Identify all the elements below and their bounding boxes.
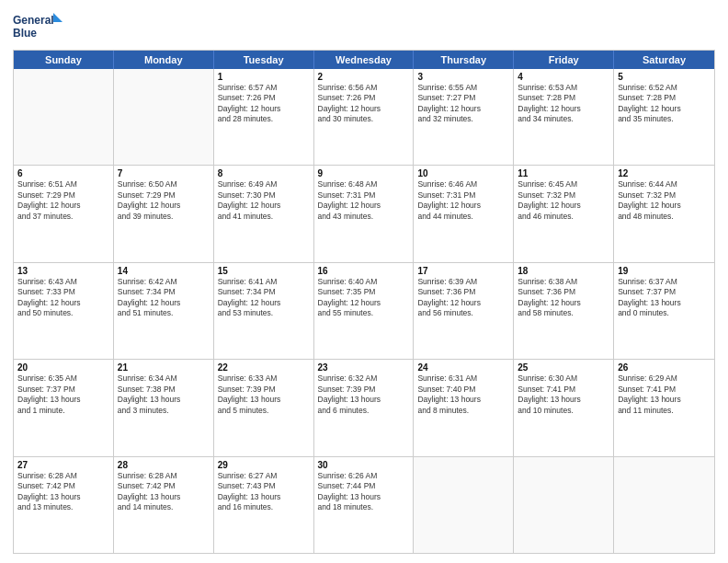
day-number: 10 [417,168,509,178]
calendar-day-16: 16Sunrise: 6:40 AM Sunset: 7:35 PM Dayli… [314,263,415,359]
day-number: 11 [518,168,609,178]
day-info: Sunrise: 6:48 AM Sunset: 7:31 PM Dayligh… [318,179,410,222]
day-info: Sunrise: 6:52 AM Sunset: 7:28 PM Dayligh… [618,83,711,125]
day-info: Sunrise: 6:53 AM Sunset: 7:28 PM Dayligh… [518,83,609,125]
day-header-monday: Monday [114,51,214,69]
day-info: Sunrise: 6:32 AM Sunset: 7:39 PM Dayligh… [318,373,410,416]
calendar-day-20: 20Sunrise: 6:35 AM Sunset: 7:37 PM Dayli… [14,360,114,455]
day-info: Sunrise: 6:43 AM Sunset: 7:33 PM Dayligh… [17,277,109,319]
day-info: Sunrise: 6:33 AM Sunset: 7:39 PM Dayligh… [218,373,310,416]
calendar-day-18: 18Sunrise: 6:38 AM Sunset: 7:36 PM Dayli… [514,263,614,359]
calendar-day-23: 23Sunrise: 6:32 AM Sunset: 7:39 PM Dayli… [314,360,415,455]
day-info: Sunrise: 6:56 AM Sunset: 7:26 PM Dayligh… [318,83,410,125]
day-info: Sunrise: 6:26 AM Sunset: 7:44 PM Dayligh… [318,471,410,513]
svg-text:General: General [13,14,54,27]
calendar-day-4: 4Sunrise: 6:53 AM Sunset: 7:28 PM Daylig… [514,69,614,165]
calendar-day-29: 29Sunrise: 6:27 AM Sunset: 7:43 PM Dayli… [214,457,314,553]
calendar-day-6: 6Sunrise: 6:51 AM Sunset: 7:29 PM Daylig… [14,166,114,261]
day-info: Sunrise: 6:55 AM Sunset: 7:27 PM Dayligh… [417,83,509,125]
day-number: 7 [118,168,210,178]
calendar-day-14: 14Sunrise: 6:42 AM Sunset: 7:34 PM Dayli… [114,263,214,359]
calendar-day-25: 25Sunrise: 6:30 AM Sunset: 7:41 PM Dayli… [514,360,614,455]
logo-svg: General Blue [13,9,68,44]
day-number: 16 [318,266,410,276]
svg-text:Blue: Blue [13,27,37,40]
calendar-week-4: 20Sunrise: 6:35 AM Sunset: 7:37 PM Dayli… [14,360,714,456]
day-info: Sunrise: 6:38 AM Sunset: 7:36 PM Dayligh… [518,277,609,319]
day-info: Sunrise: 6:39 AM Sunset: 7:36 PM Dayligh… [417,277,509,319]
calendar-day-3: 3Sunrise: 6:55 AM Sunset: 7:27 PM Daylig… [414,69,514,165]
day-number: 8 [218,168,310,178]
calendar-day-13: 13Sunrise: 6:43 AM Sunset: 7:33 PM Dayli… [14,263,114,359]
calendar-day-19: 19Sunrise: 6:37 AM Sunset: 7:37 PM Dayli… [614,263,714,359]
day-number: 3 [417,72,509,82]
day-info: Sunrise: 6:46 AM Sunset: 7:31 PM Dayligh… [417,179,509,222]
calendar-week-5: 27Sunrise: 6:28 AM Sunset: 7:42 PM Dayli… [14,457,714,553]
day-number: 18 [518,266,609,276]
day-number: 27 [17,460,109,470]
calendar-day-12: 12Sunrise: 6:44 AM Sunset: 7:32 PM Dayli… [614,166,714,261]
calendar-day-empty [114,69,214,165]
calendar-day-8: 8Sunrise: 6:49 AM Sunset: 7:30 PM Daylig… [214,166,314,261]
day-header-wednesday: Wednesday [314,51,415,69]
calendar-day-10: 10Sunrise: 6:46 AM Sunset: 7:31 PM Dayli… [414,166,514,261]
calendar-day-28: 28Sunrise: 6:28 AM Sunset: 7:42 PM Dayli… [114,457,214,553]
day-info: Sunrise: 6:30 AM Sunset: 7:41 PM Dayligh… [518,373,609,416]
day-info: Sunrise: 6:28 AM Sunset: 7:42 PM Dayligh… [118,471,210,513]
day-info: Sunrise: 6:34 AM Sunset: 7:38 PM Dayligh… [118,373,210,416]
day-number: 15 [218,266,310,276]
day-header-sunday: Sunday [14,51,114,69]
calendar-day-26: 26Sunrise: 6:29 AM Sunset: 7:41 PM Dayli… [614,360,714,455]
day-info: Sunrise: 6:44 AM Sunset: 7:32 PM Dayligh… [618,179,711,222]
calendar-day-empty [514,457,614,553]
day-number: 9 [318,168,410,178]
day-number: 2 [318,72,410,82]
calendar-week-1: 1Sunrise: 6:57 AM Sunset: 7:26 PM Daylig… [14,69,714,166]
day-info: Sunrise: 6:50 AM Sunset: 7:29 PM Dayligh… [118,179,210,222]
day-number: 30 [318,460,410,470]
calendar-day-empty [414,457,514,553]
calendar-day-9: 9Sunrise: 6:48 AM Sunset: 7:31 PM Daylig… [314,166,415,261]
page-header: General Blue [13,9,715,44]
day-number: 6 [17,168,109,178]
calendar-day-24: 24Sunrise: 6:31 AM Sunset: 7:40 PM Dayli… [414,360,514,455]
day-info: Sunrise: 6:27 AM Sunset: 7:43 PM Dayligh… [218,471,310,513]
calendar-header: SundayMondayTuesdayWednesdayThursdayFrid… [14,51,714,69]
calendar-day-5: 5Sunrise: 6:52 AM Sunset: 7:28 PM Daylig… [614,69,714,165]
calendar-day-2: 2Sunrise: 6:56 AM Sunset: 7:26 PM Daylig… [314,69,415,165]
day-number: 17 [417,266,509,276]
day-info: Sunrise: 6:29 AM Sunset: 7:41 PM Dayligh… [618,373,711,416]
calendar-day-empty [14,69,114,165]
day-number: 12 [618,168,711,178]
calendar-day-17: 17Sunrise: 6:39 AM Sunset: 7:36 PM Dayli… [414,263,514,359]
day-number: 25 [518,362,609,373]
calendar-day-empty [614,457,714,553]
day-info: Sunrise: 6:45 AM Sunset: 7:32 PM Dayligh… [518,179,609,222]
svg-marker-2 [53,13,63,22]
day-info: Sunrise: 6:41 AM Sunset: 7:34 PM Dayligh… [218,277,310,319]
day-info: Sunrise: 6:49 AM Sunset: 7:30 PM Dayligh… [218,179,310,222]
day-info: Sunrise: 6:37 AM Sunset: 7:37 PM Dayligh… [618,277,711,319]
calendar-day-30: 30Sunrise: 6:26 AM Sunset: 7:44 PM Dayli… [314,457,415,553]
day-number: 26 [618,362,711,373]
calendar-day-7: 7Sunrise: 6:50 AM Sunset: 7:29 PM Daylig… [114,166,214,261]
calendar-day-27: 27Sunrise: 6:28 AM Sunset: 7:42 PM Dayli… [14,457,114,553]
day-header-friday: Friday [514,51,614,69]
day-number: 29 [218,460,310,470]
calendar-day-21: 21Sunrise: 6:34 AM Sunset: 7:38 PM Dayli… [114,360,214,455]
logo: General Blue [13,9,68,44]
day-number: 24 [417,362,509,373]
day-info: Sunrise: 6:40 AM Sunset: 7:35 PM Dayligh… [318,277,410,319]
day-number: 19 [618,266,711,276]
day-info: Sunrise: 6:31 AM Sunset: 7:40 PM Dayligh… [417,373,509,416]
day-number: 23 [318,362,410,373]
day-header-saturday: Saturday [614,51,714,69]
day-number: 21 [118,362,210,373]
day-info: Sunrise: 6:57 AM Sunset: 7:26 PM Dayligh… [218,83,310,125]
calendar-body: 1Sunrise: 6:57 AM Sunset: 7:26 PM Daylig… [14,69,714,553]
day-number: 22 [218,362,310,373]
calendar-week-3: 13Sunrise: 6:43 AM Sunset: 7:33 PM Dayli… [14,263,714,360]
day-info: Sunrise: 6:51 AM Sunset: 7:29 PM Dayligh… [17,179,109,222]
calendar: SundayMondayTuesdayWednesdayThursdayFrid… [13,50,715,554]
day-number: 20 [17,362,109,373]
